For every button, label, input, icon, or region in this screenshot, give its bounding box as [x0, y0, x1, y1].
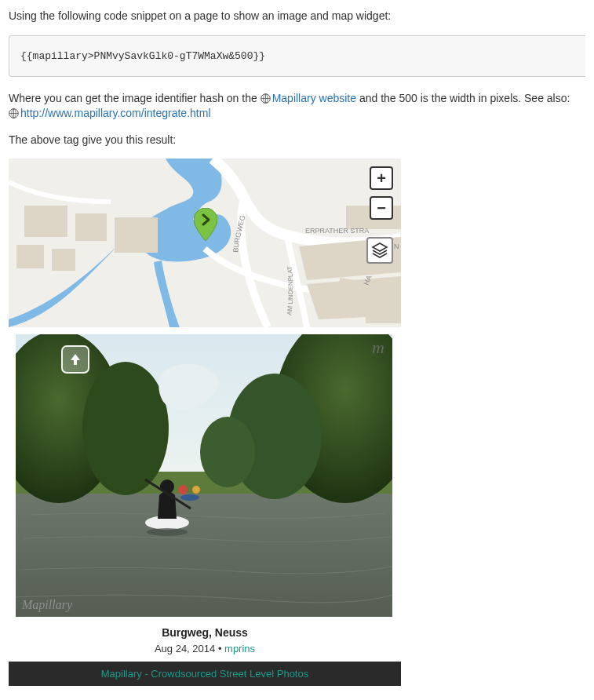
- explain-middle: and the 500 is the width in pixels. See …: [356, 92, 570, 104]
- map-pane[interactable]: BURGWEG ERPRATHER STRA AM LINDENPLAT HA …: [9, 159, 401, 327]
- svg-marker-20: [373, 243, 387, 251]
- layers-button[interactable]: [366, 237, 393, 264]
- integrate-link[interactable]: http://www.mapillary.com/integrate.html: [20, 107, 211, 119]
- photo-nav-up-button[interactable]: [61, 345, 89, 374]
- svg-point-32: [178, 485, 188, 494]
- street-photo: [16, 334, 392, 617]
- globe-icon: [9, 108, 19, 118]
- mapillary-widget: BURGWEG ERPRATHER STRA AM LINDENPLAT HA …: [9, 159, 401, 686]
- photo-pane[interactable]: m Mapillary: [16, 334, 392, 617]
- footer-link[interactable]: Mapillary - Crowdsourced Street Level Ph…: [101, 668, 308, 680]
- result-intro-paragraph: The above tag give you this result:: [9, 133, 585, 148]
- svg-point-28: [200, 417, 255, 487]
- svg-rect-7: [115, 217, 158, 253]
- photo-caption: Burgweg, Neuss Aug 24, 2014 • mprins: [9, 617, 401, 662]
- layers-icon: [371, 242, 388, 259]
- svg-rect-8: [16, 245, 44, 268]
- arrow-up-icon: [67, 352, 83, 367]
- svg-rect-6: [75, 213, 107, 241]
- svg-text:N: N: [394, 242, 399, 250]
- mapillary-website-link[interactable]: Mapillary website: [272, 92, 356, 104]
- svg-point-25: [82, 362, 169, 495]
- svg-text:ERPRATHER STRA: ERPRATHER STRA: [305, 227, 369, 235]
- widget-footer: Mapillary - Crowdsourced Street Level Ph…: [9, 662, 401, 686]
- svg-point-35: [147, 528, 188, 536]
- map-graphic: BURGWEG ERPRATHER STRA AM LINDENPLAT HA …: [9, 159, 401, 327]
- caption-user-link[interactable]: mprins: [224, 643, 255, 654]
- zoom-in-button[interactable]: +: [370, 166, 393, 190]
- globe-icon: [261, 93, 271, 103]
- caption-date: Aug 24, 2014: [155, 643, 215, 654]
- caption-title: Burgweg, Neuss: [9, 625, 401, 641]
- svg-rect-14: [366, 304, 401, 323]
- caption-meta: Aug 24, 2014 • mprins: [9, 641, 401, 657]
- explain-paragraph: Where you can get the image identifier h…: [9, 91, 585, 122]
- caption-separator: •: [215, 643, 224, 654]
- watermark-text: Mapillary: [22, 598, 72, 612]
- svg-rect-9: [52, 249, 75, 271]
- map-zoom-controls: + −: [370, 166, 393, 220]
- code-snippet-block: {{mapillary>PNMvySavkGlk0-gT7WMaXw&500}}: [9, 35, 585, 77]
- svg-point-34: [180, 494, 199, 501]
- svg-point-33: [192, 486, 200, 494]
- explain-prefix: Where you can get the image identifier h…: [9, 92, 261, 104]
- svg-rect-5: [24, 206, 67, 237]
- watermark-m-icon: m: [372, 337, 384, 358]
- zoom-out-button[interactable]: −: [370, 196, 393, 220]
- intro-paragraph: Using the following code snippet on a pa…: [9, 9, 585, 24]
- map-marker[interactable]: [194, 208, 217, 241]
- svg-rect-22: [16, 487, 392, 617]
